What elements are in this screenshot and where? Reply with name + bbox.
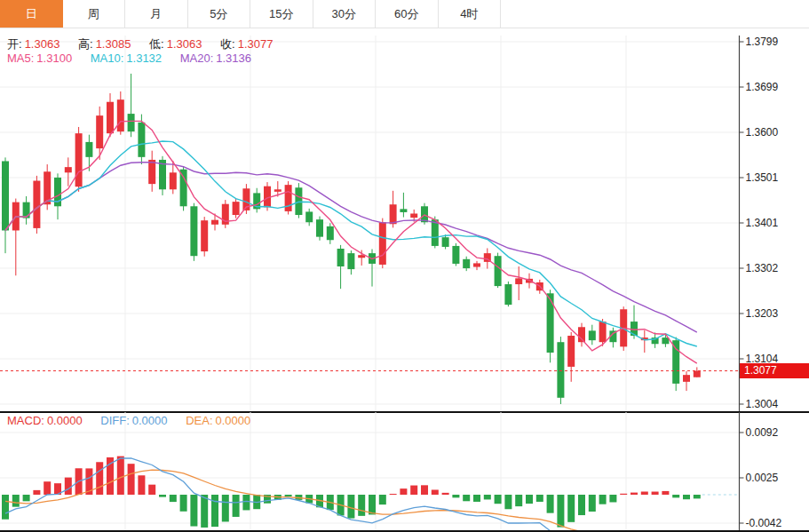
macd-bar	[128, 464, 135, 495]
candle-body	[515, 278, 522, 284]
price-tick-label: 1.3600	[746, 126, 779, 139]
macd-bar	[547, 495, 554, 513]
candle-body	[316, 219, 323, 237]
candle-body	[567, 336, 575, 367]
candle-body	[347, 253, 354, 269]
macd-bar	[242, 495, 250, 510]
macd-bar	[358, 495, 365, 516]
tab-period-1[interactable]: 周	[63, 0, 126, 28]
macd-bar	[138, 475, 145, 495]
ma10-value: 1.3132	[126, 52, 162, 65]
candle-body	[75, 133, 83, 187]
candle-body	[285, 185, 292, 211]
macd-bar	[694, 495, 701, 498]
tab-period-7[interactable]: 4时	[439, 0, 502, 28]
macd-bar	[504, 495, 512, 509]
macd-bar	[578, 495, 585, 515]
ma5-label: MA5:	[7, 52, 34, 65]
tab-period-0[interactable]: 日	[0, 0, 63, 28]
candle-body	[85, 142, 92, 157]
macd-bar	[609, 495, 616, 502]
candle-body	[442, 237, 449, 247]
ma5-line	[5, 121, 697, 363]
tab-period-2[interactable]: 月	[125, 0, 188, 28]
macd-bar	[652, 492, 659, 495]
open-value: 1.3063	[25, 37, 60, 51]
candle-body	[504, 284, 512, 305]
macd-bar	[495, 495, 502, 504]
tab-period-5[interactable]: 30分	[313, 0, 377, 28]
macd-bar	[201, 495, 208, 528]
macd-bar	[599, 495, 607, 504]
candle-body	[694, 371, 701, 377]
candle-body	[96, 115, 103, 148]
candle-body	[327, 226, 334, 240]
macd-bar	[117, 457, 124, 495]
macd-tick-label: 0.0025	[746, 472, 779, 484]
high-value: 1.3085	[96, 37, 131, 51]
candle-body	[65, 167, 72, 172]
low-label: 低:	[149, 37, 164, 51]
macd-bar	[180, 495, 187, 512]
macd-bar	[641, 492, 648, 495]
candle-body	[379, 222, 386, 265]
close-label: 收:	[220, 37, 235, 51]
period-tabbar: 日周月5分15分30分60分4时	[0, 0, 809, 28]
price-tick-label: 1.3401	[746, 217, 779, 229]
tab-period-4[interactable]: 15分	[250, 0, 313, 28]
candle-body	[128, 114, 135, 131]
macd-bar	[683, 495, 690, 499]
macd-bar	[222, 495, 229, 521]
price-tick-label: 1.3501	[746, 171, 779, 184]
macd-bar	[526, 495, 533, 504]
candle-body	[211, 220, 218, 225]
macd-bar	[148, 485, 155, 495]
candle-body	[148, 160, 155, 184]
macd-bar	[400, 488, 407, 495]
candle-body	[473, 263, 480, 266]
macd-value: 0.0000	[47, 414, 83, 427]
candle-body	[305, 211, 313, 222]
ma20-value: 1.3136	[216, 52, 251, 65]
candle-body	[683, 375, 690, 382]
candle-body	[190, 206, 197, 256]
candle-body	[337, 249, 345, 266]
macd-chart: 0.00920.0025-0.0042	[0, 412, 809, 531]
macd-bar	[567, 495, 575, 522]
trading-chart-app: 日周月5分15分30分60分4时 开:1.3063 高:1.3085 低:1.3…	[0, 0, 809, 532]
candle-body	[107, 102, 114, 133]
macd-bar	[452, 495, 459, 497]
current-price-badge: 1.3077	[740, 363, 809, 378]
candle-body	[599, 322, 607, 342]
high-label: 高:	[78, 37, 93, 51]
macd-bar	[23, 495, 30, 501]
macd-bar	[211, 495, 218, 527]
close-value: 1.3077	[238, 37, 274, 51]
price-tick-label: 1.3799	[746, 36, 779, 48]
ma-legend: MA5:1.3100 MA10:1.3132 MA20:1.3136	[7, 52, 254, 65]
macd-bar	[33, 490, 40, 495]
macd-bar	[672, 495, 679, 497]
price-tick-label: 1.3302	[746, 262, 779, 274]
price-tick-label: 1.3203	[746, 307, 779, 320]
candle-body	[117, 99, 124, 131]
candle-body	[463, 259, 470, 268]
macd-bar	[44, 481, 51, 495]
open-label: 开:	[7, 37, 22, 51]
candle-body	[23, 202, 30, 218]
macd-bar	[536, 495, 543, 502]
macd-bar	[170, 495, 177, 502]
tab-period-3[interactable]: 5分	[188, 0, 251, 28]
macd-bar	[65, 478, 72, 495]
macd-bar	[557, 495, 564, 528]
dea-label: DEA:	[186, 414, 212, 427]
candle-body	[233, 202, 240, 215]
tab-period-6[interactable]: 60分	[376, 0, 439, 28]
macd-tick-label: 0.0092	[746, 426, 779, 439]
diff-label: DIFF:	[100, 414, 130, 427]
macd-bar	[159, 495, 166, 497]
dea-value: 0.0000	[216, 414, 251, 427]
macd-bar	[233, 495, 240, 517]
ohlc-legend: 开:1.3063 高:1.3085 低:1.3063 收:1.3077	[7, 36, 275, 52]
macd-bar	[190, 495, 197, 527]
